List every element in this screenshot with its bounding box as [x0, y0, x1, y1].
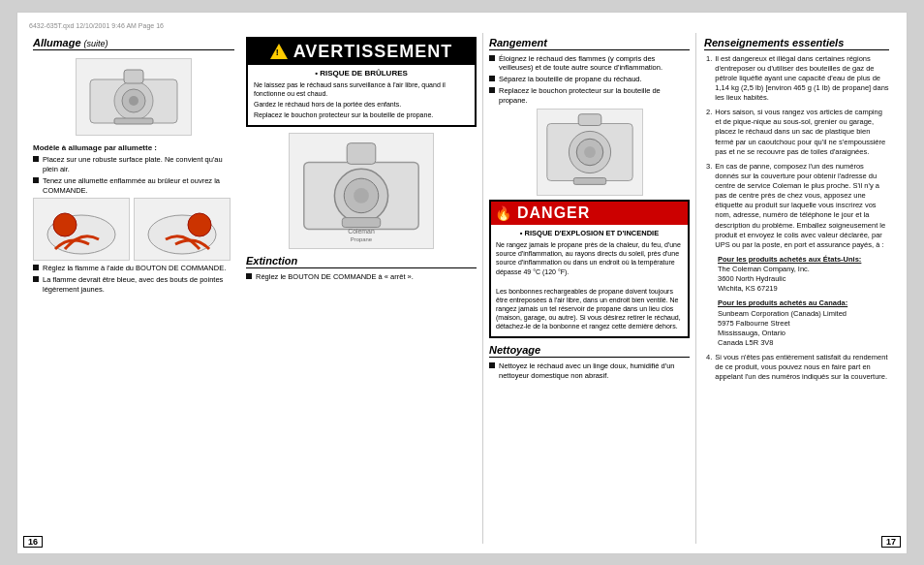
hand-svg-2 — [137, 201, 229, 259]
stove-image — [76, 58, 192, 136]
allumage-subtitle: Modèle à allumage par allumette : — [33, 143, 234, 154]
warning-title: AVERTISSEMENT — [293, 42, 453, 62]
svg-text:Coleman: Coleman — [348, 228, 375, 235]
rangement-image — [537, 109, 643, 196]
hand-images — [33, 198, 234, 261]
svg-rect-15 — [347, 143, 376, 165]
allumage-bullets: Placez sur une robuste surface plate. Ne… — [33, 155, 234, 195]
stove-svg — [80, 60, 187, 133]
bullet-2: Tenez une allumette enflammée au brûleur… — [33, 176, 234, 196]
warning-body: Ne laissez pas le réchaud sans surveilla… — [254, 80, 469, 119]
svg-point-3 — [129, 96, 139, 106]
danger-icon: 🔥 — [495, 205, 511, 221]
danger-header: 🔥 DANGER — [491, 202, 688, 225]
bullet-3: Réglez la flamme à l'aide du BOUTON DE C… — [33, 264, 234, 273]
hand-svg-1 — [36, 201, 128, 259]
page-number-left: 16 — [23, 536, 43, 548]
warning-subtitle: • RISQUE DE BRÛLURES — [254, 69, 469, 78]
hand-image-1 — [33, 198, 130, 261]
bullet-1: Placez sur une robuste surface plate. Ne… — [33, 155, 234, 174]
col-rangement: Rangement Éloignez le réchaud des flamme… — [482, 33, 695, 544]
hand-image-2 — [134, 198, 231, 261]
extinction-bullet: Réglez le BOUTON DE COMMANDE à « arrêt »… — [246, 272, 477, 282]
rangement-bullet-1: Éloignez le réchaud des flammes (y compr… — [489, 54, 690, 74]
nettoyage-title: Nettoyage — [489, 344, 690, 358]
rens-item-3: 3. En cas de panne, composez l'un des nu… — [706, 162, 889, 250]
nettoyage-bullet: Nettoyez le réchaud avec un linge doux, … — [489, 361, 690, 381]
rangement-bullet-2: Séparez la bouteille de propane du récha… — [489, 75, 690, 84]
content-area: Allumage (suite) Modèle à allumage par — [27, 33, 897, 544]
stove-image-2: Coleman Propane — [289, 133, 434, 249]
us-address-block: Pour les produits achetés aux États-Unis… — [718, 255, 889, 295]
ca-address-block: Pour les produits achetés au Canada: Sun… — [718, 298, 889, 348]
danger-title: DANGER — [517, 204, 590, 222]
bullet-4: La flamme devrait être bleue, avec des b… — [33, 275, 234, 295]
extinction-title: Extinction — [246, 255, 477, 268]
rens-item-1: 1. Il est dangereux et illégal dans cert… — [706, 54, 889, 104]
svg-rect-5 — [124, 70, 143, 83]
col-renseignements: Renseignements essentiels 1. Il est dang… — [695, 33, 897, 544]
extinction-section: Extinction Réglez le BOUTON DE COMMANDE … — [246, 255, 477, 282]
svg-text:Propane: Propane — [351, 236, 373, 242]
warning-triangle-icon: ! — [270, 44, 288, 59]
page: 6432-635T.qxd 12/10/2001 9:46 AM Page 16… — [16, 12, 908, 554]
svg-rect-22 — [573, 178, 605, 185]
warning-box: ! AVERTISSEMENT • RISQUE DE BRÛLURES Ne … — [246, 37, 477, 127]
range-svg — [538, 109, 642, 196]
svg-rect-23 — [578, 114, 601, 126]
rangement-bullets: Éloignez le réchaud des flammes (y compr… — [489, 54, 690, 106]
svg-point-7 — [53, 213, 77, 236]
rangement-bullet-3: Replacez le bouchon protecteur sur la bo… — [489, 86, 690, 106]
danger-subtitle: • RISQUE D'EXPLOSION ET D'INCENDIE — [496, 229, 683, 237]
svg-point-13 — [354, 188, 369, 204]
file-meta: 6432-635T.qxd 12/10/2001 9:46 AM Page 16 — [27, 22, 897, 29]
nettoyage-section: Nettoyage Nettoyez le réchaud avec un li… — [489, 344, 690, 381]
svg-point-9 — [188, 213, 211, 236]
rens-item-4: 4. Si vous n'êtes pas entièrement satisf… — [706, 353, 889, 382]
svg-rect-4 — [114, 118, 153, 124]
renseignements-list: 1. Il est dangereux et illégal dans cert… — [704, 54, 889, 383]
renseignements-title: Renseignements essentiels — [704, 37, 889, 50]
svg-point-21 — [584, 146, 596, 158]
stove-svg-2: Coleman Propane — [290, 133, 433, 249]
rens-item-2: 2. Hors saison, si vous rangez vos artic… — [706, 108, 889, 157]
warning-header: ! AVERTISSEMENT — [248, 39, 475, 65]
col-warning: ! AVERTISSEMENT • RISQUE DE BRÛLURES Ne … — [240, 33, 482, 544]
allumage-title: Allumage (suite) — [33, 37, 234, 50]
col-allumage: Allumage (suite) Modèle à allumage par — [27, 33, 240, 544]
allumage-bullets-2: Réglez la flamme à l'aide du BOUTON DE C… — [33, 264, 234, 294]
danger-body: Ne rangez jamais le propane près de la c… — [496, 240, 683, 330]
page-number-right: 17 — [881, 536, 901, 548]
rangement-title: Rangement — [489, 37, 690, 50]
danger-box: 🔥 DANGER • RISQUE D'EXPLOSION ET D'INCEN… — [489, 200, 690, 338]
svg-rect-14 — [342, 218, 380, 228]
